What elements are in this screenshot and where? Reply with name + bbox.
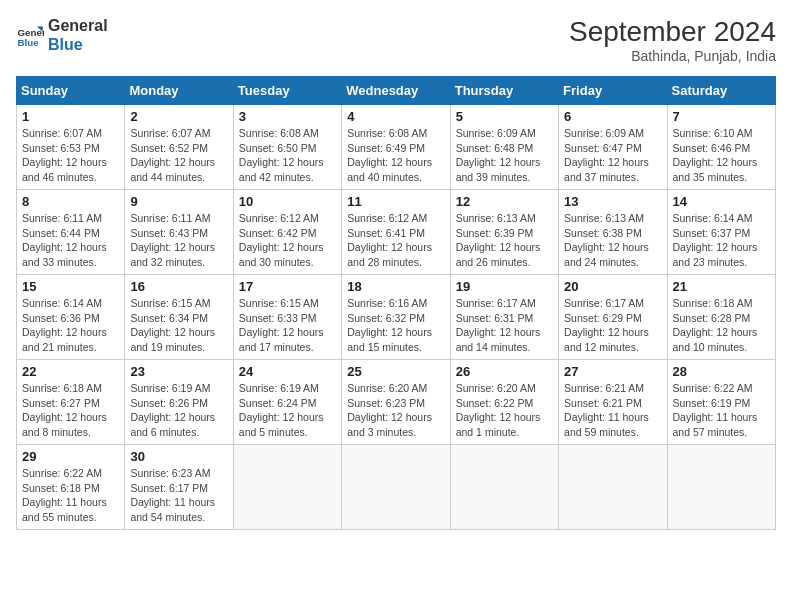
day-number: 12: [456, 194, 553, 209]
day-info: Sunrise: 6:12 AMSunset: 6:42 PMDaylight:…: [239, 211, 336, 270]
svg-text:Blue: Blue: [17, 37, 39, 48]
day-header-wednesday: Wednesday: [342, 77, 450, 105]
day-number: 28: [673, 364, 770, 379]
day-info: Sunrise: 6:14 AMSunset: 6:37 PMDaylight:…: [673, 211, 770, 270]
day-info: Sunrise: 6:15 AMSunset: 6:34 PMDaylight:…: [130, 296, 227, 355]
day-cell-7: 7Sunrise: 6:10 AMSunset: 6:46 PMDaylight…: [667, 105, 775, 190]
day-cell-10: 10Sunrise: 6:12 AMSunset: 6:42 PMDayligh…: [233, 190, 341, 275]
day-header-thursday: Thursday: [450, 77, 558, 105]
logo-icon: General Blue: [16, 21, 44, 49]
day-info: Sunrise: 6:11 AMSunset: 6:44 PMDaylight:…: [22, 211, 119, 270]
calendar-table: SundayMondayTuesdayWednesdayThursdayFrid…: [16, 76, 776, 530]
day-cell-5: 5Sunrise: 6:09 AMSunset: 6:48 PMDaylight…: [450, 105, 558, 190]
day-info: Sunrise: 6:08 AMSunset: 6:50 PMDaylight:…: [239, 126, 336, 185]
day-info: Sunrise: 6:09 AMSunset: 6:47 PMDaylight:…: [564, 126, 661, 185]
day-header-sunday: Sunday: [17, 77, 125, 105]
empty-cell: [667, 445, 775, 530]
day-info: Sunrise: 6:22 AMSunset: 6:18 PMDaylight:…: [22, 466, 119, 525]
day-info: Sunrise: 6:17 AMSunset: 6:31 PMDaylight:…: [456, 296, 553, 355]
day-number: 17: [239, 279, 336, 294]
day-number: 8: [22, 194, 119, 209]
day-number: 21: [673, 279, 770, 294]
day-info: Sunrise: 6:15 AMSunset: 6:33 PMDaylight:…: [239, 296, 336, 355]
day-number: 26: [456, 364, 553, 379]
month-year-title: September 2024: [569, 16, 776, 48]
day-number: 5: [456, 109, 553, 124]
day-number: 20: [564, 279, 661, 294]
day-number: 29: [22, 449, 119, 464]
day-cell-18: 18Sunrise: 6:16 AMSunset: 6:32 PMDayligh…: [342, 275, 450, 360]
calendar-week-4: 22Sunrise: 6:18 AMSunset: 6:27 PMDayligh…: [17, 360, 776, 445]
calendar-week-1: 1Sunrise: 6:07 AMSunset: 6:53 PMDaylight…: [17, 105, 776, 190]
day-cell-28: 28Sunrise: 6:22 AMSunset: 6:19 PMDayligh…: [667, 360, 775, 445]
day-info: Sunrise: 6:09 AMSunset: 6:48 PMDaylight:…: [456, 126, 553, 185]
calendar-week-2: 8Sunrise: 6:11 AMSunset: 6:44 PMDaylight…: [17, 190, 776, 275]
day-info: Sunrise: 6:07 AMSunset: 6:53 PMDaylight:…: [22, 126, 119, 185]
day-header-saturday: Saturday: [667, 77, 775, 105]
day-number: 25: [347, 364, 444, 379]
day-info: Sunrise: 6:22 AMSunset: 6:19 PMDaylight:…: [673, 381, 770, 440]
day-number: 4: [347, 109, 444, 124]
location-subtitle: Bathinda, Punjab, India: [569, 48, 776, 64]
logo: General Blue General Blue: [16, 16, 108, 54]
day-number: 10: [239, 194, 336, 209]
day-number: 14: [673, 194, 770, 209]
empty-cell: [559, 445, 667, 530]
page-header: General Blue General Blue September 2024…: [16, 16, 776, 64]
day-info: Sunrise: 6:19 AMSunset: 6:24 PMDaylight:…: [239, 381, 336, 440]
day-info: Sunrise: 6:14 AMSunset: 6:36 PMDaylight:…: [22, 296, 119, 355]
empty-cell: [450, 445, 558, 530]
day-info: Sunrise: 6:11 AMSunset: 6:43 PMDaylight:…: [130, 211, 227, 270]
day-cell-4: 4Sunrise: 6:08 AMSunset: 6:49 PMDaylight…: [342, 105, 450, 190]
day-header-tuesday: Tuesday: [233, 77, 341, 105]
day-number: 2: [130, 109, 227, 124]
day-info: Sunrise: 6:10 AMSunset: 6:46 PMDaylight:…: [673, 126, 770, 185]
day-cell-27: 27Sunrise: 6:21 AMSunset: 6:21 PMDayligh…: [559, 360, 667, 445]
logo-general: General: [48, 16, 108, 35]
day-info: Sunrise: 6:16 AMSunset: 6:32 PMDaylight:…: [347, 296, 444, 355]
day-info: Sunrise: 6:21 AMSunset: 6:21 PMDaylight:…: [564, 381, 661, 440]
day-number: 15: [22, 279, 119, 294]
day-cell-9: 9Sunrise: 6:11 AMSunset: 6:43 PMDaylight…: [125, 190, 233, 275]
day-header-monday: Monday: [125, 77, 233, 105]
calendar-header-row: SundayMondayTuesdayWednesdayThursdayFrid…: [17, 77, 776, 105]
day-info: Sunrise: 6:13 AMSunset: 6:38 PMDaylight:…: [564, 211, 661, 270]
day-number: 19: [456, 279, 553, 294]
day-number: 6: [564, 109, 661, 124]
day-cell-22: 22Sunrise: 6:18 AMSunset: 6:27 PMDayligh…: [17, 360, 125, 445]
day-cell-16: 16Sunrise: 6:15 AMSunset: 6:34 PMDayligh…: [125, 275, 233, 360]
day-number: 27: [564, 364, 661, 379]
day-cell-24: 24Sunrise: 6:19 AMSunset: 6:24 PMDayligh…: [233, 360, 341, 445]
day-number: 30: [130, 449, 227, 464]
empty-cell: [342, 445, 450, 530]
day-cell-15: 15Sunrise: 6:14 AMSunset: 6:36 PMDayligh…: [17, 275, 125, 360]
day-info: Sunrise: 6:18 AMSunset: 6:28 PMDaylight:…: [673, 296, 770, 355]
day-cell-30: 30Sunrise: 6:23 AMSunset: 6:17 PMDayligh…: [125, 445, 233, 530]
day-cell-14: 14Sunrise: 6:14 AMSunset: 6:37 PMDayligh…: [667, 190, 775, 275]
day-number: 3: [239, 109, 336, 124]
day-cell-12: 12Sunrise: 6:13 AMSunset: 6:39 PMDayligh…: [450, 190, 558, 275]
day-info: Sunrise: 6:20 AMSunset: 6:23 PMDaylight:…: [347, 381, 444, 440]
calendar-week-3: 15Sunrise: 6:14 AMSunset: 6:36 PMDayligh…: [17, 275, 776, 360]
day-number: 23: [130, 364, 227, 379]
day-info: Sunrise: 6:19 AMSunset: 6:26 PMDaylight:…: [130, 381, 227, 440]
day-cell-21: 21Sunrise: 6:18 AMSunset: 6:28 PMDayligh…: [667, 275, 775, 360]
day-cell-3: 3Sunrise: 6:08 AMSunset: 6:50 PMDaylight…: [233, 105, 341, 190]
day-number: 1: [22, 109, 119, 124]
day-info: Sunrise: 6:07 AMSunset: 6:52 PMDaylight:…: [130, 126, 227, 185]
day-number: 16: [130, 279, 227, 294]
day-info: Sunrise: 6:12 AMSunset: 6:41 PMDaylight:…: [347, 211, 444, 270]
day-number: 24: [239, 364, 336, 379]
day-cell-1: 1Sunrise: 6:07 AMSunset: 6:53 PMDaylight…: [17, 105, 125, 190]
day-number: 7: [673, 109, 770, 124]
day-cell-17: 17Sunrise: 6:15 AMSunset: 6:33 PMDayligh…: [233, 275, 341, 360]
day-number: 22: [22, 364, 119, 379]
title-block: September 2024 Bathinda, Punjab, India: [569, 16, 776, 64]
day-number: 9: [130, 194, 227, 209]
day-info: Sunrise: 6:23 AMSunset: 6:17 PMDaylight:…: [130, 466, 227, 525]
day-number: 18: [347, 279, 444, 294]
calendar-week-5: 29Sunrise: 6:22 AMSunset: 6:18 PMDayligh…: [17, 445, 776, 530]
day-cell-23: 23Sunrise: 6:19 AMSunset: 6:26 PMDayligh…: [125, 360, 233, 445]
day-info: Sunrise: 6:08 AMSunset: 6:49 PMDaylight:…: [347, 126, 444, 185]
day-info: Sunrise: 6:18 AMSunset: 6:27 PMDaylight:…: [22, 381, 119, 440]
